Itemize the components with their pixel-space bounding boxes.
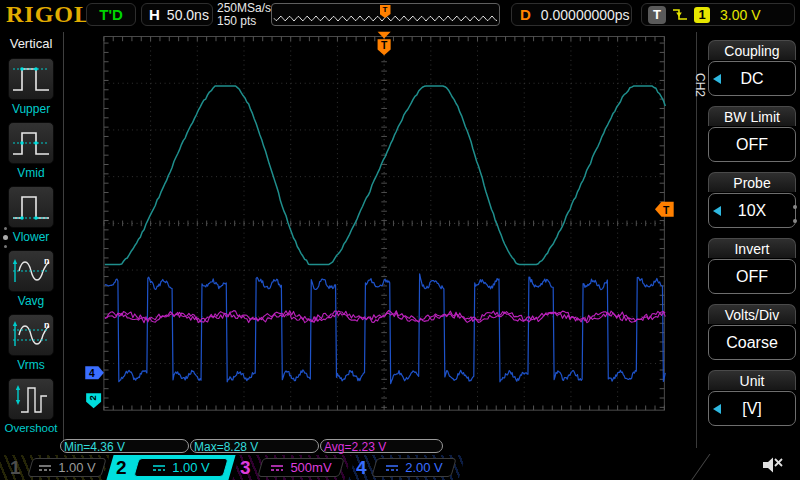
channel-scale: 500mV [290,460,331,475]
channel-number: 4 [356,455,367,480]
channel-scale-chip: 1.00 V [27,458,106,477]
dc-coupling-icon [270,463,284,473]
menu-value: OFF [708,127,796,162]
trigger-source-badge: 1 [694,7,710,23]
menu-item-unit[interactable]: Unit [V] [708,370,796,426]
svg-text:4: 4 [89,368,95,379]
channel-scale-chip: 500mV [257,458,344,477]
svg-text:T: T [381,40,388,51]
channel-scale: 2.00 V [405,460,443,475]
oscilloscope-screen: { "brand": "RIGOL", "top_bar": { "trigge… [0,0,800,480]
delay-chip[interactable]: D 0.00000000ps [511,3,632,26]
menu-item-invert[interactable]: Invert OFF [708,238,796,294]
trigger-status-badge: T'D [86,3,136,26]
acquisition-info: 250MSa/s 150 pts [217,2,271,28]
menu-value: 10X [708,193,796,228]
menu-label: Unit [708,370,796,390]
menu-value: Coarse [708,325,796,360]
rigol-logo: RIGOL [6,1,91,28]
measurement-min: Min=4.36 V [60,439,189,453]
channel-scale-chip: 1.00 V [133,458,228,477]
trigger-info-chip[interactable]: T 1 3.00 V [641,3,795,26]
menu-label: Probe [708,172,796,192]
menu-label: BW Limit [708,106,796,126]
graticule-svg: TT42 [0,30,800,455]
speaker-muted-icon [762,456,786,474]
menu-item-probe[interactable]: Probe 10X [708,172,796,228]
trigger-label: T [648,6,666,24]
select-arrow-icon [713,206,721,216]
horizontal-label: H [149,6,160,23]
menu-item-volts-div[interactable]: Volts/Div Coarse [708,304,796,360]
measurement-max: Max=8.28 V [190,439,319,453]
timebase-chip[interactable]: H 50.0ns [141,3,213,26]
channel-number: 2 [116,455,127,480]
falling-edge-icon [672,7,688,22]
menu-label: Coupling [708,40,796,60]
memory-depth: 150 pts [217,15,271,28]
svg-text:2: 2 [88,395,98,400]
channel-badge: CH2 [693,68,707,102]
timebase-value: 50.0ns [167,7,209,23]
probe-page-indicator [793,195,797,233]
channel-menu: CH2 Coupling DC BW Limit OFF Probe 10X I… [690,30,800,480]
trigger-level-value: 3.00 V [720,7,760,23]
menu-label: Invert [708,238,796,258]
top-status-bar: RIGOL T'D H 50.0ns 250MSa/s 150 pts T D … [0,0,800,30]
svg-text:T: T [663,205,670,216]
menu-item-bw-limit[interactable]: BW Limit OFF [708,106,796,162]
channel-number: 1 [10,455,21,480]
menu-value: DC [708,61,796,96]
menu-item-coupling[interactable]: Coupling DC [708,40,796,96]
delay-label: D [520,6,531,23]
dc-coupling-icon [385,463,399,473]
dc-coupling-icon [152,463,166,473]
dc-coupling-icon [38,463,52,473]
delay-value: 0.00000000ps [541,7,630,23]
measurement-avg: Avg=2.23 V [320,439,443,453]
channel-scale: 1.00 V [58,460,96,475]
channel-scale: 1.00 V [172,460,210,475]
channel-number: 3 [240,455,251,480]
channel-status-bar: 1 1.00 V 2 1.00 V 3 500mV 4 2.00 V [0,455,695,480]
waveform-preview[interactable]: T [271,3,500,26]
select-arrow-icon [713,404,721,414]
menu-label: Volts/Div [708,304,796,324]
channel-scale-chip: 2.00 V [371,458,456,477]
menu-value: [V] [708,391,796,426]
menu-value: OFF [708,259,796,294]
select-arrow-icon [713,74,721,84]
